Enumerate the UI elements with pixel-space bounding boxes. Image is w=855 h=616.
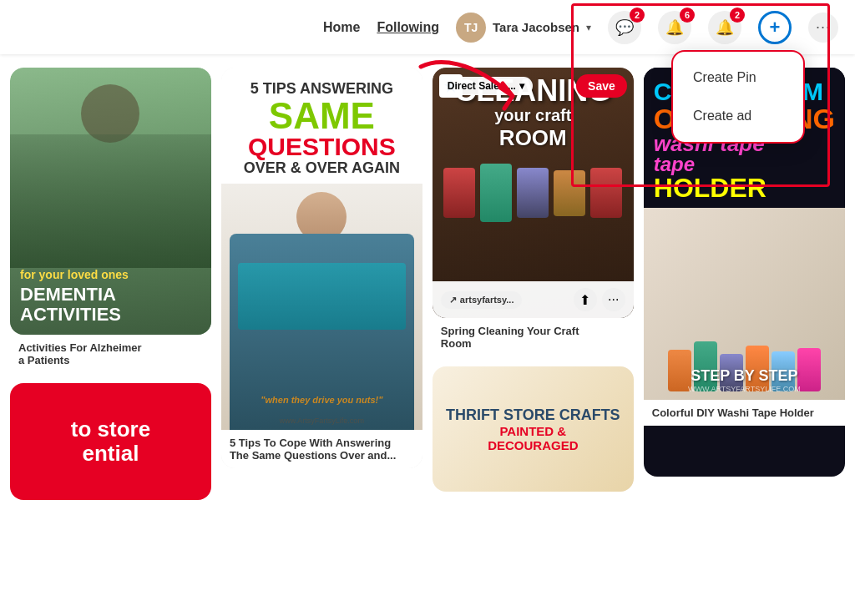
step-text: STEP BY STEP (644, 367, 845, 385)
user-name: Tara Jacobsen (493, 20, 579, 34)
tips-same: SAME (233, 98, 411, 134)
arrow-icon: ↗ (449, 295, 457, 305)
more-options-button[interactable]: ··· (808, 13, 838, 43)
source-name: artsyfartsy... (460, 295, 514, 305)
spring-caption1: Spring Cleaning Your Craft (441, 325, 625, 337)
board-chevron-icon: ▾ (519, 80, 524, 92)
tips-caption2: The Same Questions Over and... (230, 449, 414, 462)
spring-sub-text: your craft (441, 106, 625, 125)
craft-holder: holder (654, 174, 835, 201)
pin-column-4: CRAFT ROOM ORGANIZING washi tape tape ho… (644, 68, 845, 603)
add-button[interactable]: + (758, 11, 792, 44)
create-pin-item[interactable]: Create Pin (673, 58, 803, 97)
source-tag[interactable]: ↗ artsyfartsy... (441, 291, 523, 309)
updates-button[interactable]: 🔔 2 (708, 11, 741, 44)
create-ad-item[interactable]: Create ad (673, 97, 803, 135)
user-profile[interactable]: TJ Tara Jacobsen ▾ (456, 13, 591, 43)
website-text: WWW.ARTSYFARTSYLIFE.COM (644, 385, 845, 393)
dropdown-menu: Create Pin Create ad (671, 50, 805, 144)
more-icon[interactable]: ··· (602, 288, 625, 311)
messages-button[interactable]: 💬 2 (608, 11, 641, 44)
tips-caption1: 5 Tips To Cope With Answering (230, 437, 414, 449)
thrift-title: THRIFT STORE CRAFTS (446, 406, 620, 424)
store-text: to store ential (71, 417, 150, 465)
pin-column-2: 5 TIPS ANSWERING SAME QUESTIONS OVER & O… (221, 68, 422, 603)
chevron-down-icon: ▾ (586, 22, 591, 33)
updates-badge: 2 (730, 8, 745, 23)
craft-line4: tape (654, 154, 835, 174)
nav-home[interactable]: Home (323, 20, 360, 35)
dementia-caption1: Activities For Alzheimer (18, 341, 203, 354)
pin-card-5tips[interactable]: 5 TIPS ANSWERING SAME QUESTIONS OVER & O… (221, 68, 422, 468)
dementia-title2: ACTIVITIES (20, 305, 201, 325)
dementia-subtitle: for your loved ones (20, 268, 201, 281)
pin-card-thrift[interactable]: THRIFT STORE CRAFTS PAINTED & DECOURAGED (433, 366, 634, 492)
notifications-button[interactable]: 🔔 6 (658, 11, 691, 44)
avatar: TJ (456, 13, 486, 43)
thrift-sub: PAINTED & (446, 424, 620, 438)
notifications-badge: 6 (680, 8, 695, 23)
pin-card-dementia[interactable]: for your loved ones DEMENTIA ACTIVITIES … (10, 68, 211, 373)
share-icon[interactable]: ⬆ (574, 288, 597, 311)
dementia-title1: DEMENTIA (20, 285, 201, 305)
pin-column-1: for your loved ones DEMENTIA ACTIVITIES … (10, 68, 211, 603)
craft-caption: Colorful DIY Washi Tape Holder (652, 406, 837, 419)
messages-badge: 2 (630, 8, 645, 23)
thrift-sub2: DECOURAGED (446, 438, 620, 452)
board-name: Direct Sales ... (448, 80, 516, 92)
nav-following[interactable]: Following (377, 20, 439, 35)
spring-sub-text2: ROOM (441, 125, 625, 151)
board-selector[interactable]: Direct Sales ... ▾ (439, 77, 533, 95)
tips-over: OVER & OVER AGAIN (233, 159, 411, 178)
pin-column-3: CLEANING your craft ROOM Direct Sales ..… (433, 68, 634, 603)
pin-card-spring[interactable]: CLEANING your craft ROOM Direct Sales ..… (433, 68, 634, 356)
dementia-caption2: a Patients (18, 354, 203, 366)
spring-caption2: Room (441, 337, 625, 350)
pin-card-store[interactable]: to store ential (10, 383, 211, 500)
save-button[interactable]: Save (576, 74, 627, 98)
tips-questions: QUESTIONS (233, 134, 411, 159)
navbar: Home Following TJ Tara Jacobsen ▾ 💬 2 🔔 … (0, 0, 855, 54)
tips-watermark: www.ArtsyFartsyLife.com (221, 417, 422, 425)
